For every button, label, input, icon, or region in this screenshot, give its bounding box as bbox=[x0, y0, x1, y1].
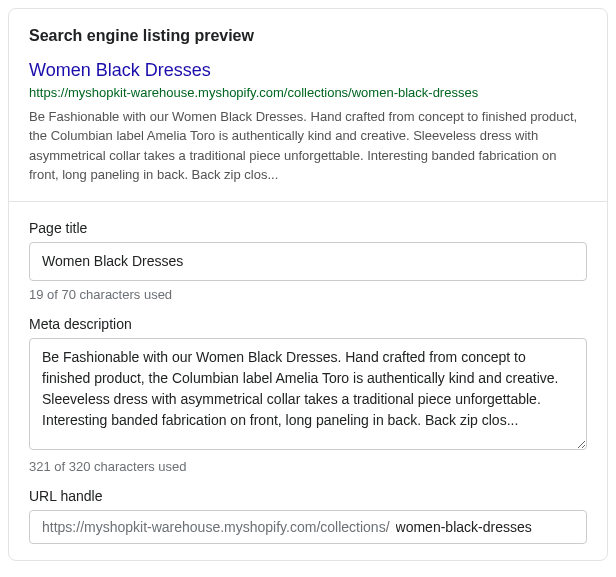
url-handle-prefix: https://myshopkit-warehouse.myshopify.co… bbox=[30, 511, 396, 543]
page-title-input[interactable] bbox=[29, 242, 587, 281]
meta-description-label: Meta description bbox=[29, 316, 587, 332]
url-handle-field: URL handle https://myshopkit-warehouse.m… bbox=[29, 488, 587, 544]
page-title-field: Page title 19 of 70 characters used bbox=[29, 220, 587, 302]
url-handle-row: https://myshopkit-warehouse.myshopify.co… bbox=[29, 510, 587, 544]
page-title-helper: 19 of 70 characters used bbox=[29, 287, 587, 302]
form-section: Page title 19 of 70 characters used Meta… bbox=[9, 201, 607, 560]
seo-card: Search engine listing preview Women Blac… bbox=[8, 8, 608, 561]
page-title-label: Page title bbox=[29, 220, 587, 236]
meta-description-field: Meta description 321 of 320 characters u… bbox=[29, 316, 587, 474]
meta-description-input[interactable] bbox=[29, 338, 587, 450]
preview-url: https://myshopkit-warehouse.myshopify.co… bbox=[29, 84, 587, 102]
meta-description-helper: 321 of 320 characters used bbox=[29, 459, 587, 474]
preview-description: Be Fashionable with our Women Black Dres… bbox=[29, 107, 587, 185]
url-handle-label: URL handle bbox=[29, 488, 587, 504]
section-title: Search engine listing preview bbox=[29, 27, 587, 45]
preview-title: Women Black Dresses bbox=[29, 59, 587, 82]
preview-section: Search engine listing preview Women Blac… bbox=[9, 9, 607, 201]
url-handle-input[interactable] bbox=[396, 511, 586, 543]
